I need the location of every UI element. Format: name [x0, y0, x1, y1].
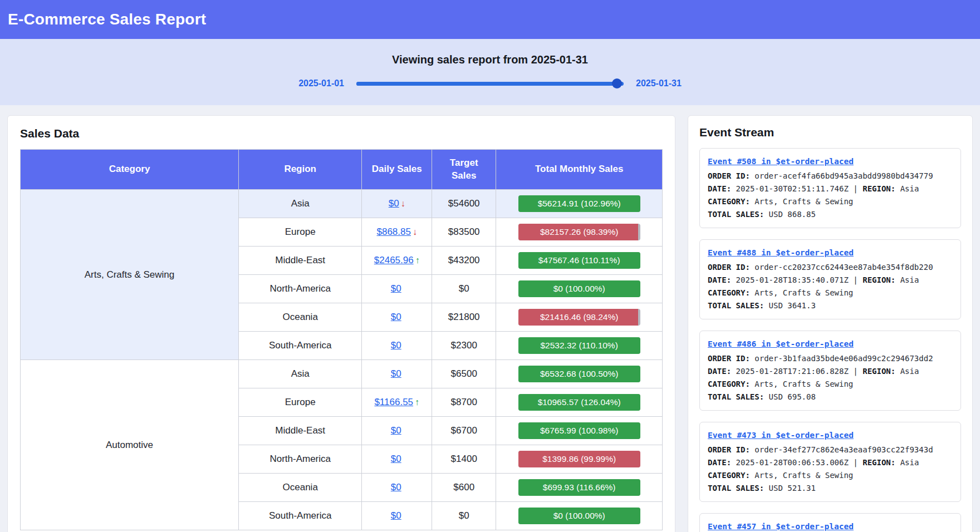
event-total-line: TOTAL SALES: USD 521.31: [708, 482, 953, 495]
date-slider-row: 2025-01-01 2025-01-31: [0, 78, 980, 88]
monthly-sales-value: $10965.57 (126.04%): [518, 394, 640, 411]
separator: |: [853, 458, 857, 467]
daily-sales-cell: $0: [362, 360, 432, 388]
total-sales-cell: $10965.57 (126.04%): [496, 388, 663, 417]
daily-sales-link[interactable]: $0: [391, 283, 401, 294]
daily-sales-link[interactable]: $2465.96: [374, 255, 414, 265]
event-link[interactable]: Event #488 in $et-order-placed: [708, 247, 854, 259]
total-sales-cell: $0 (100.00%): [496, 275, 663, 303]
total-sales-cell: $56214.91 (102.96%): [496, 190, 663, 218]
total-sales-label: TOTAL SALES:: [708, 484, 764, 492]
category-label: CATEGORY:: [708, 197, 750, 206]
date-label: DATE:: [708, 458, 731, 467]
monthly-sales-badge: $47567.46 (110.11%): [518, 252, 640, 269]
event-date-line: DATE: 2025-01-30T02:51:11.746Z | REGION:…: [708, 183, 953, 195]
event-link[interactable]: Event #486 in $et-order-placed: [708, 338, 854, 351]
date-slider[interactable]: [356, 78, 624, 88]
daily-sales-link[interactable]: $868.85: [377, 226, 411, 237]
monthly-sales-value: $0 (100.00%): [518, 508, 640, 524]
total-sales-value: USD 868.85: [769, 210, 816, 219]
category-value: Arts, Crafts & Sewing: [754, 380, 853, 388]
daily-sales-cell: $1166.55↑: [362, 388, 432, 417]
total-sales-cell: $21416.46 (98.24%): [496, 303, 663, 332]
daily-sales-link[interactable]: $0: [391, 312, 401, 322]
monthly-sales-value: $0 (100.00%): [518, 280, 640, 297]
col-header-region: Region: [239, 150, 362, 190]
monthly-sales-badge: $56214.91 (102.96%): [518, 195, 640, 212]
order-id-value: order-3b1faad35bde4e06ad99c2c294673dd2: [754, 354, 933, 363]
order-id-value: order-34ef277c862e4a3eaaf903cc22f9343d: [754, 445, 933, 454]
region-value: Asia: [900, 458, 919, 467]
region-cell: Europe: [239, 388, 362, 417]
monthly-sales-value: $2532.32 (110.10%): [518, 337, 640, 354]
total-sales-value: USD 521.31: [769, 484, 816, 492]
total-sales-cell: $6765.99 (100.98%): [496, 417, 663, 445]
region-cell: Asia: [239, 190, 362, 218]
total-sales-label: TOTAL SALES:: [708, 210, 764, 219]
trend-arrow-icon: ↑: [415, 255, 420, 265]
order-id-value: order-cc20237cc62443ee87ab4e354f8db220: [754, 263, 933, 272]
monthly-sales-value: $82157.26 (98.39%): [518, 224, 640, 240]
category-cell: Automotive: [21, 360, 239, 530]
daily-sales-cell: $0: [362, 417, 432, 445]
monthly-sales-badge: $0 (100.00%): [518, 508, 640, 524]
date-value: 2025-01-28T17:21:06.828Z: [736, 367, 849, 376]
separator: |: [853, 367, 857, 376]
total-sales-cell: $6532.68 (100.50%): [496, 360, 663, 388]
col-header-total-monthly-sales: Total Monthly Sales: [496, 150, 663, 190]
region-cell: North-America: [239, 275, 362, 303]
total-sales-cell: $1399.86 (99.99%): [496, 445, 663, 474]
daily-sales-cell: $0: [362, 275, 432, 303]
daily-sales-link[interactable]: $0: [391, 454, 401, 464]
event-category-line: CATEGORY: Arts, Crafts & Sewing: [708, 378, 953, 391]
slider-start-label: 2025-01-01: [298, 78, 344, 88]
monthly-sales-value: $6765.99 (100.98%): [518, 422, 640, 439]
event-order-line: ORDER ID: order-34ef277c862e4a3eaaf903cc…: [708, 444, 953, 456]
monthly-sales-value: $47567.46 (110.11%): [518, 252, 640, 269]
region-label: REGION:: [863, 367, 895, 376]
event-link[interactable]: Event #457 in $et-order-placed: [708, 520, 854, 532]
table-header-row: Category Region Daily Sales Target Sales…: [21, 150, 663, 190]
date-label: DATE:: [708, 184, 731, 193]
trend-arrow-icon: ↓: [401, 199, 405, 208]
region-label: REGION:: [863, 184, 895, 193]
daily-sales-link[interactable]: $0: [391, 368, 401, 379]
order-id-label: ORDER ID:: [708, 263, 750, 272]
target-sales-cell: $0: [432, 502, 496, 530]
target-sales-cell: $6700: [432, 417, 496, 445]
monthly-sales-badge: $1399.86 (99.99%): [518, 451, 640, 467]
category-value: Arts, Crafts & Sewing: [754, 471, 853, 480]
event-total-line: TOTAL SALES: USD 695.08: [708, 391, 953, 403]
daily-sales-link[interactable]: $0: [391, 482, 401, 492]
event-date-line: DATE: 2025-01-28T17:21:06.828Z | REGION:…: [708, 365, 953, 378]
total-sales-label: TOTAL SALES:: [708, 301, 764, 310]
daily-sales-link[interactable]: $0: [391, 425, 401, 436]
daily-sales-link[interactable]: $0: [389, 198, 399, 209]
daily-sales-cell: $0: [362, 502, 432, 530]
category-cell: Arts, Crafts & Sewing: [21, 190, 239, 360]
total-sales-cell: $699.93 (116.66%): [496, 474, 663, 502]
category-value: Arts, Crafts & Sewing: [754, 197, 853, 206]
slider-handle[interactable]: [612, 78, 622, 88]
event-card: Event #457 in $et-order-placed ORDER ID:…: [699, 513, 961, 532]
event-link[interactable]: Event #473 in $et-order-placed: [708, 429, 854, 442]
table-row: Automotive Asia $0 $6500 $6532.68 (100.5…: [21, 360, 663, 388]
monthly-sales-badge: $10965.57 (126.04%): [518, 394, 640, 411]
monthly-sales-badge: $6532.68 (100.50%): [518, 366, 640, 382]
target-sales-cell: $0: [432, 275, 496, 303]
target-sales-cell: $600: [432, 474, 496, 502]
monthly-sales-badge: $6765.99 (100.98%): [518, 422, 640, 439]
event-link[interactable]: Event #508 in $et-order-placed: [708, 155, 854, 168]
daily-sales-link[interactable]: $0: [391, 510, 401, 521]
order-id-label: ORDER ID:: [708, 354, 750, 363]
target-sales-cell: $83500: [432, 218, 496, 247]
daily-sales-link[interactable]: $1166.55: [374, 397, 413, 407]
report-range-title: Viewing sales report from 2025-01-31: [0, 53, 980, 66]
daily-sales-cell: $0: [362, 474, 432, 502]
region-cell: North-America: [239, 445, 362, 474]
daily-sales-link[interactable]: $0: [391, 340, 401, 351]
event-category-line: CATEGORY: Arts, Crafts & Sewing: [708, 287, 953, 299]
event-order-line: ORDER ID: order-3b1faad35bde4e06ad99c2c2…: [708, 352, 953, 365]
sales-data-heading: Sales Data: [20, 127, 663, 140]
event-card: Event #508 in $et-order-placed ORDER ID:…: [699, 148, 961, 228]
